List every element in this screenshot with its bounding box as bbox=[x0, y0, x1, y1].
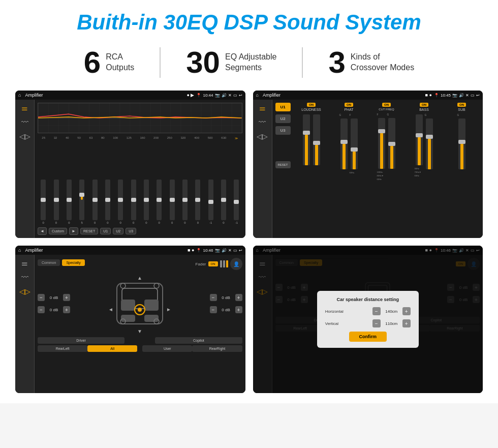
fader-driver-button[interactable]: Driver bbox=[38, 337, 124, 344]
fader-spacer bbox=[124, 337, 155, 344]
crossover-sidebar-wave-icon[interactable]: 〰 bbox=[259, 118, 266, 126]
fader-db1-minus[interactable]: − bbox=[38, 294, 45, 301]
fader-db2-minus[interactable]: − bbox=[38, 306, 45, 313]
eq-slider-7[interactable]: 0 bbox=[131, 180, 136, 224]
crossover-u1-button[interactable]: U1 bbox=[275, 103, 291, 111]
eq-main-content: 253240506380100125160200250320400500630 … bbox=[35, 100, 245, 238]
eq-slider-12[interactable]: 0 bbox=[195, 180, 200, 224]
phat-sliders: G F 60Hz- bbox=[339, 113, 359, 180]
eq-slider-2[interactable]: 0 bbox=[67, 180, 72, 224]
fader-user-button[interactable]: User bbox=[142, 345, 192, 352]
fader-status-bar: ⌂ Amplifier ■ ● 📍 10:46 📷 🔊 ✕ ▭ ↩ bbox=[15, 246, 245, 255]
stats-row: 6 RCA Outputs 30 EQ Adjustable Segments … bbox=[15, 47, 483, 78]
crossover-reset-button[interactable]: RESET bbox=[275, 161, 291, 168]
fader-bars bbox=[220, 260, 228, 267]
distance-vertical-controls: − 110cm + bbox=[372, 319, 411, 327]
crossover-sidebar-eq-icon[interactable]: ⚌ bbox=[259, 104, 266, 112]
fader-db3-minus[interactable]: − bbox=[210, 294, 217, 301]
cutfreq-g-col: G bbox=[387, 113, 396, 170]
fader-copilot-button[interactable]: Copilot bbox=[155, 337, 242, 344]
fader-db4-plus[interactable]: + bbox=[235, 306, 242, 313]
eq-slider-0[interactable]: 0 bbox=[41, 180, 46, 224]
fader-on-toggle[interactable]: ON bbox=[208, 261, 218, 266]
eq-slider-10[interactable]: 0 bbox=[170, 180, 175, 224]
eq-u3-button[interactable]: U3 bbox=[126, 228, 136, 234]
eq-custom-button[interactable]: Custom bbox=[49, 228, 67, 234]
crossover-cutfreq-channel: ON CUT FREQ F 100Hz 80Hz▼ 60Hz bbox=[369, 103, 404, 235]
crossover-loudness-channel: ON LOUDNESS bbox=[294, 103, 329, 235]
eq-sidebar-eq-icon[interactable]: ⚌ bbox=[21, 104, 28, 112]
eq-slider-1[interactable]: 0 bbox=[54, 180, 59, 224]
home-icon[interactable]: ⌂ bbox=[18, 93, 21, 98]
cutfreq-on-badge[interactable]: ON bbox=[382, 103, 391, 107]
eq-u2-button[interactable]: U2 bbox=[113, 228, 123, 234]
fader-home-icon[interactable]: ⌂ bbox=[18, 248, 21, 253]
distance-horizontal-value: 140cm bbox=[383, 309, 400, 314]
sub-on-badge[interactable]: ON bbox=[457, 103, 466, 107]
svg-text:►: ► bbox=[166, 307, 171, 312]
confirm-button[interactable]: Confirm bbox=[349, 332, 387, 342]
fader-db4-minus[interactable]: − bbox=[210, 306, 217, 313]
fader-rearleft-button[interactable]: RearLeft bbox=[38, 345, 87, 352]
eq-slider-15[interactable]: -1 bbox=[234, 180, 239, 224]
eq-slider-13[interactable]: -1 bbox=[208, 180, 213, 224]
eq-sidebar-speaker-icon[interactable]: ◁▷ bbox=[19, 132, 30, 140]
eq-slider-8[interactable]: 0 bbox=[144, 180, 149, 224]
crossover-home-icon[interactable]: ⌂ bbox=[256, 93, 259, 98]
eq-reset-button[interactable]: RESET bbox=[80, 228, 98, 234]
cutfreq-slider-g[interactable] bbox=[388, 118, 395, 169]
svg-point-11 bbox=[154, 283, 159, 288]
fader-tab-common[interactable]: Common bbox=[38, 259, 60, 266]
fader-db1-value: 0 dB bbox=[46, 295, 61, 300]
fader-db-row-3: − 0 dB + bbox=[210, 294, 242, 301]
fader-sidebar-wave-icon[interactable]: 〰 bbox=[21, 273, 28, 281]
eq-slider-3[interactable]: 5 bbox=[79, 180, 84, 224]
distance-vertical-minus[interactable]: − bbox=[372, 319, 381, 327]
fader-db2-plus[interactable]: + bbox=[63, 306, 70, 313]
eq-play-button[interactable]: ► bbox=[69, 227, 78, 235]
distance-horizontal-plus[interactable]: + bbox=[402, 307, 411, 315]
eq-slider-6[interactable]: 0 bbox=[118, 180, 123, 224]
crossover-u3-button[interactable]: U3 bbox=[275, 126, 291, 135]
loudness-slider-1[interactable] bbox=[303, 114, 310, 165]
crossover-screen-title: Amplifier bbox=[263, 93, 423, 98]
fader-tab-specialty[interactable]: Specialty bbox=[62, 259, 84, 266]
sub-slider[interactable] bbox=[458, 118, 465, 169]
bass-slider-g[interactable] bbox=[426, 118, 433, 169]
crossover-phat-channel: ON PHAT G F bbox=[331, 103, 367, 235]
fader-db1-plus[interactable]: + bbox=[63, 294, 70, 301]
fader-speaker-layout: − 0 dB + − 0 dB + bbox=[38, 273, 242, 334]
eq-u1-button[interactable]: U1 bbox=[100, 228, 111, 234]
eq-slider-9[interactable]: 0 bbox=[157, 180, 162, 224]
fader-rearright-button[interactable]: RearRight bbox=[192, 345, 242, 352]
distance-horizontal-minus[interactable]: − bbox=[372, 307, 381, 315]
loudness-on-badge[interactable]: ON bbox=[307, 103, 316, 107]
eq-slider-5[interactable]: 0 bbox=[105, 180, 110, 224]
eq-sidebar-wave-icon[interactable]: 〰 bbox=[21, 118, 28, 126]
eq-slider-14[interactable]: 0 bbox=[221, 180, 226, 224]
cutfreq-slider-f[interactable] bbox=[378, 118, 385, 169]
eq-slider-11[interactable]: 0 bbox=[182, 180, 188, 224]
phat-on-badge[interactable]: ON bbox=[345, 103, 353, 107]
eq-prev-button[interactable]: ◄ bbox=[38, 227, 47, 235]
fader-sidebar-speaker-icon[interactable]: ◁▷ bbox=[19, 287, 30, 295]
bass-on-badge[interactable]: ON bbox=[420, 103, 428, 107]
fader-db-row-2: − 0 dB + bbox=[38, 306, 70, 313]
fader-sidebar-eq-icon[interactable]: ⚌ bbox=[21, 259, 28, 267]
bass-slider[interactable] bbox=[416, 114, 423, 165]
crossover-sidebar-speaker-icon[interactable]: ◁▷ bbox=[257, 132, 268, 140]
cutfreq-name: CUT FREQ bbox=[379, 108, 394, 111]
svg-text:▲: ▲ bbox=[137, 275, 142, 281]
loudness-slider-2[interactable] bbox=[313, 114, 320, 165]
fader-profile-icon[interactable]: 👤 bbox=[230, 258, 242, 270]
stat-eq-text: EQ Adjustable Segments bbox=[225, 52, 276, 73]
fader-db3-value: 0 dB bbox=[219, 295, 234, 300]
fader-top-row: Common Specialty Fader ON 👤 bbox=[38, 258, 242, 270]
crossover-u2-button[interactable]: U2 bbox=[275, 114, 291, 123]
fader-all-button[interactable]: All bbox=[87, 345, 137, 352]
phat-slider-f[interactable] bbox=[351, 118, 358, 169]
fader-db3-plus[interactable]: + bbox=[235, 294, 242, 301]
phat-slider-g[interactable] bbox=[340, 118, 348, 169]
distance-vertical-plus[interactable]: + bbox=[402, 319, 411, 327]
eq-slider-4[interactable]: 0 bbox=[92, 180, 98, 224]
